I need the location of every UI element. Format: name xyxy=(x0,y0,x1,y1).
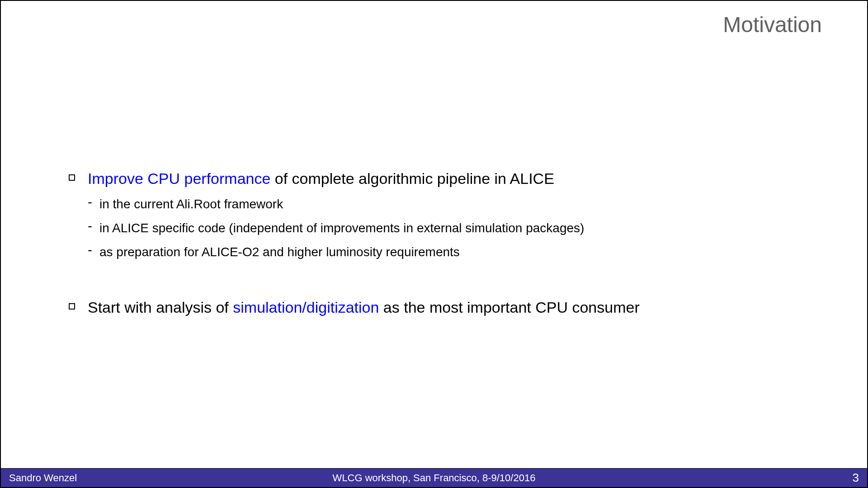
slide-content: Improve CPU performance of complete algo… xyxy=(69,168,822,324)
square-bullet-icon xyxy=(69,303,75,310)
bullet-text-1: Improve CPU performance of complete algo… xyxy=(88,168,554,190)
footer-event: WLCG workshop, San Francisco, 8-9/10/201… xyxy=(333,472,536,484)
sub-list: - in the current Ali.Root framework - in… xyxy=(88,195,822,261)
footer-author: Sandro Wenzel xyxy=(1,472,77,484)
sub-text-1: in the current Ali.Root framework xyxy=(99,195,283,213)
bullet-item-2: Start with analysis of simulation/digiti… xyxy=(69,297,822,319)
slide-title: Motivation xyxy=(723,12,822,37)
footer-page-number: 3 xyxy=(853,471,859,485)
dash-icon: - xyxy=(88,218,92,234)
sub-text-3: as preparation for ALICE-O2 and higher l… xyxy=(99,243,460,261)
bullet-2-start: Start with analysis of xyxy=(88,299,233,316)
sub-text-2: in ALICE specific code (independent of i… xyxy=(99,219,584,237)
sub-item-2: - in ALICE specific code (independent of… xyxy=(88,219,822,237)
bullet-item-1: Improve CPU performance of complete algo… xyxy=(69,168,822,190)
slide: Motivation Improve CPU performance of co… xyxy=(0,0,868,488)
bullet-1-rest: of complete algorithmic pipeline in ALIC… xyxy=(270,170,554,187)
bullet-1-highlight: Improve CPU performance xyxy=(88,170,270,187)
bullet-2-rest: as the most important CPU consumer xyxy=(379,299,639,316)
bullet-2-highlight: simulation/digitization xyxy=(233,299,379,316)
dash-icon: - xyxy=(88,242,92,258)
sub-item-3: - as preparation for ALICE-O2 and higher… xyxy=(88,243,822,261)
bullet-text-2: Start with analysis of simulation/digiti… xyxy=(88,297,640,319)
footer: Sandro Wenzel WLCG workshop, San Francis… xyxy=(1,468,867,487)
sub-item-1: - in the current Ali.Root framework xyxy=(88,195,822,213)
dash-icon: - xyxy=(88,194,92,210)
square-bullet-icon xyxy=(69,174,75,181)
